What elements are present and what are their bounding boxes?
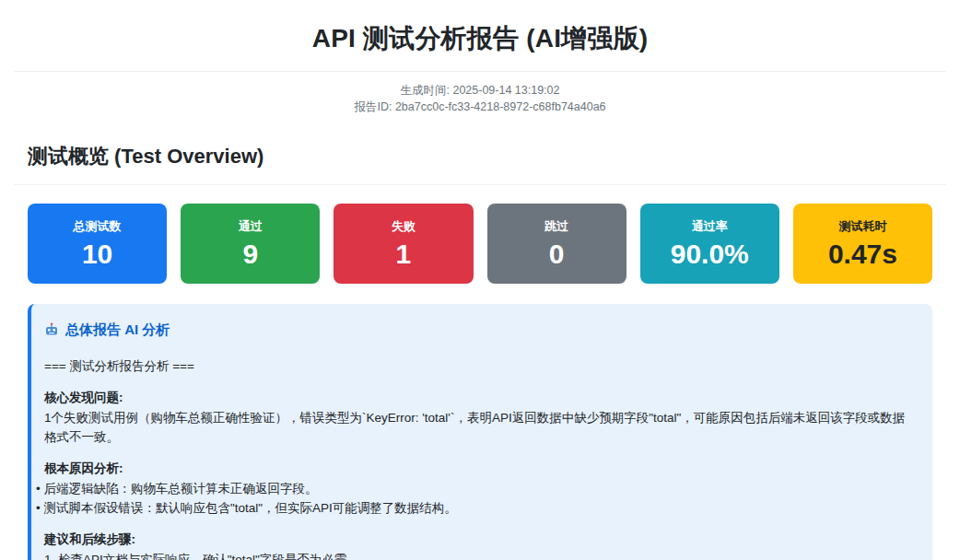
ai-line: 1个失败测试用例（购物车总额正确性验证），错误类型为`KeyError: 'to… bbox=[44, 408, 914, 448]
stat-card-total: 总测试数10 bbox=[28, 204, 167, 284]
stat-card-label: 失败 bbox=[334, 219, 473, 234]
stat-card-value: 0 bbox=[487, 239, 626, 271]
ai-analysis-panel: 总体报告 AI 分析 === 测试分析报告分析 === 核心发现问题:1个失败测… bbox=[28, 304, 932, 560]
stat-card-value: 1 bbox=[334, 239, 473, 271]
ai-section: 核心发现问题:1个失败测试用例（购物车总额正确性验证），错误类型为`KeyErr… bbox=[44, 388, 914, 447]
stat-card-label: 测试耗时 bbox=[793, 219, 932, 234]
page-title: API 测试分析报告 (AI增强版) bbox=[0, 21, 960, 56]
stat-card-label: 通过率 bbox=[640, 219, 779, 234]
ai-section-title: 建议和后续步骤: bbox=[44, 530, 914, 549]
stat-card-value: 9 bbox=[181, 239, 320, 271]
report-body: 测试概览 (Test Overview) 总测试数10通过9失败1跳过0通过率9… bbox=[0, 143, 960, 560]
ai-line: • 后端逻辑缺陷：购物车总额计算未正确返回字段。 bbox=[36, 479, 914, 498]
stat-card-value: 0.47s bbox=[793, 239, 932, 271]
report-header: API 测试分析报告 (AI增强版) bbox=[0, 0, 960, 56]
ai-analysis-title: 总体报告 AI 分析 bbox=[65, 319, 170, 341]
ai-line: 1. 检查API文档与实际响应，确认"total"字段是否为必需。 bbox=[44, 550, 914, 560]
overview-heading: 测试概览 (Test Overview) bbox=[14, 143, 946, 185]
report-id: 报告ID: 2ba7cc0c-fc33-4218-8972-c68fb74a40… bbox=[0, 99, 960, 115]
ai-section-title: 核心发现问题: bbox=[44, 388, 914, 407]
stat-card-label: 跳过 bbox=[487, 219, 626, 234]
report-meta: 生成时间: 2025-09-14 13:19:02 报告ID: 2ba7cc0c… bbox=[0, 82, 960, 115]
ai-section-title: 根本原因分析: bbox=[44, 459, 914, 478]
header-divider bbox=[14, 71, 946, 72]
stat-card-duration: 测试耗时0.47s bbox=[793, 204, 932, 284]
robot-icon bbox=[44, 322, 59, 337]
generated-time: 生成时间: 2025-09-14 13:19:02 bbox=[0, 82, 960, 99]
stat-card-label: 通过 bbox=[181, 219, 320, 234]
ai-analysis-heading: 总体报告 AI 分析 bbox=[44, 319, 914, 341]
stat-card-skipped: 跳过0 bbox=[487, 204, 626, 284]
ai-section: 建议和后续步骤:1. 检查API文档与实际响应，确认"total"字段是否为必需… bbox=[44, 530, 914, 560]
stat-card-label: 总测试数 bbox=[28, 219, 167, 234]
stat-card-passed: 通过9 bbox=[181, 204, 320, 284]
ai-section: 根本原因分析:• 后端逻辑缺陷：购物车总额计算未正确返回字段。• 测试脚本假设错… bbox=[44, 459, 914, 518]
stat-card-value: 90.0% bbox=[640, 239, 779, 271]
ai-analysis-intro: === 测试分析报告分析 === bbox=[44, 356, 914, 376]
ai-line: • 测试脚本假设错误：默认响应包含"total"，但实际API可能调整了数据结构… bbox=[36, 498, 914, 518]
stat-card-failed: 失败1 bbox=[334, 204, 473, 284]
stat-card-pass-rate: 通过率90.0% bbox=[640, 204, 779, 284]
stat-card-value: 10 bbox=[28, 239, 167, 271]
summary-cards: 总测试数10通过9失败1跳过0通过率90.0%测试耗时0.47s bbox=[28, 204, 932, 284]
ai-sections: 核心发现问题:1个失败测试用例（购物车总额正确性验证），错误类型为`KeyErr… bbox=[44, 388, 914, 560]
